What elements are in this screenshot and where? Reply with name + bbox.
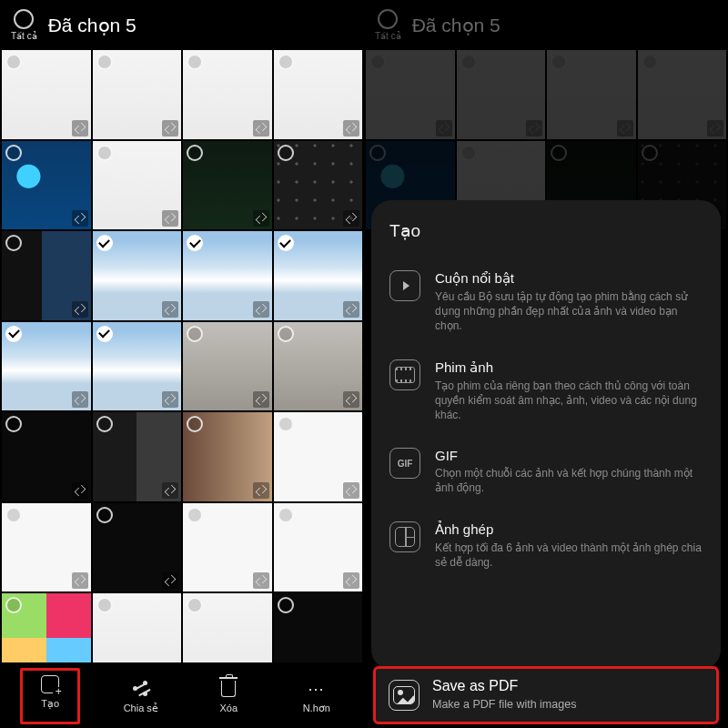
expand-icon[interactable] [253, 482, 269, 499]
select-circle-icon[interactable] [369, 54, 386, 70]
expand-icon[interactable] [72, 391, 88, 408]
expand-icon[interactable] [72, 301, 88, 318]
expand-icon[interactable] [253, 572, 269, 589]
photo-thumbnail[interactable] [274, 141, 363, 230]
select-circle-icon[interactable] [5, 54, 22, 70]
create-option-gif[interactable]: GIFGIFChọn một chuỗi các ảnh và kết hợp … [389, 437, 703, 510]
create-option-film[interactable]: Phim ảnhTạo phim của riêng bạn theo cách… [389, 349, 703, 438]
select-circle-icon[interactable] [460, 54, 477, 70]
select-circle-icon[interactable] [460, 145, 477, 161]
expand-icon[interactable] [253, 391, 269, 408]
photo-thumbnail[interactable] [93, 141, 182, 230]
photo-thumbnail[interactable] [183, 412, 272, 501]
photo-thumbnail[interactable] [2, 50, 91, 139]
select-circle-icon[interactable] [5, 507, 22, 523]
photo-thumbnail[interactable] [366, 50, 455, 139]
select-circle-icon[interactable] [369, 145, 386, 161]
expand-icon[interactable] [162, 210, 178, 227]
select-circle-icon[interactable] [187, 416, 203, 432]
delete-button[interactable]: Xóa [201, 679, 256, 713]
save-as-pdf-option[interactable]: Save as PDF Make a PDF file with images [373, 666, 719, 724]
expand-icon[interactable] [72, 572, 88, 589]
photo-thumbnail[interactable] [93, 322, 182, 411]
photo-thumbnail[interactable] [2, 231, 91, 320]
photo-thumbnail[interactable] [93, 412, 182, 501]
select-circle-icon[interactable] [5, 597, 22, 613]
photo-thumbnail[interactable] [274, 503, 363, 592]
select-all-toggle[interactable]: Tất cả [11, 9, 37, 41]
photo-thumbnail[interactable] [274, 322, 363, 411]
photo-thumbnail[interactable] [183, 141, 272, 230]
checkmark-icon[interactable] [96, 235, 113, 251]
checkmark-icon[interactable] [278, 235, 294, 251]
photo-thumbnail[interactable] [638, 50, 727, 139]
checkmark-icon[interactable] [5, 326, 22, 342]
select-circle-icon[interactable] [278, 54, 294, 70]
photo-thumbnail[interactable] [183, 50, 272, 139]
select-circle-icon[interactable] [5, 416, 22, 432]
select-circle-icon[interactable] [187, 145, 203, 161]
select-circle-icon[interactable] [96, 54, 113, 70]
select-circle-icon[interactable] [187, 54, 203, 70]
select-circle-icon[interactable] [187, 507, 203, 523]
select-circle-icon[interactable] [5, 145, 22, 161]
photo-thumbnail[interactable] [183, 322, 272, 411]
expand-icon[interactable] [343, 120, 359, 136]
photo-thumbnail[interactable] [93, 50, 182, 139]
select-circle-icon[interactable] [551, 145, 567, 161]
expand-icon[interactable] [343, 482, 359, 499]
select-circle-icon[interactable] [642, 145, 658, 161]
create-button[interactable]: Tạo [20, 668, 80, 724]
photo-thumbnail[interactable] [547, 50, 636, 139]
expand-icon[interactable] [72, 120, 88, 136]
expand-icon[interactable] [72, 210, 88, 227]
select-circle-icon[interactable] [278, 507, 294, 523]
expand-icon[interactable] [162, 572, 178, 589]
expand-icon[interactable] [343, 301, 359, 318]
expand-icon[interactable] [526, 120, 542, 136]
expand-icon[interactable] [253, 301, 269, 318]
select-circle-icon[interactable] [278, 326, 294, 342]
select-circle-icon[interactable] [187, 326, 203, 342]
expand-icon[interactable] [707, 120, 723, 136]
select-circle-icon[interactable] [96, 416, 113, 432]
select-circle-icon[interactable] [96, 507, 113, 523]
expand-icon[interactable] [253, 120, 269, 136]
select-circle-icon[interactable] [278, 416, 294, 432]
share-button[interactable]: Chia sẻ [114, 679, 168, 714]
select-circle-icon[interactable] [187, 597, 203, 613]
photo-thumbnail[interactable] [93, 503, 182, 592]
checkmark-icon[interactable] [187, 235, 203, 251]
select-circle-icon[interactable] [642, 54, 658, 70]
select-circle-icon[interactable] [96, 145, 113, 161]
expand-icon[interactable] [162, 482, 178, 499]
expand-icon[interactable] [343, 391, 359, 408]
photo-thumbnail[interactable] [2, 503, 91, 592]
photo-thumbnail[interactable] [274, 412, 363, 501]
photo-thumbnail[interactable] [457, 50, 546, 139]
create-option-collage[interactable]: Ảnh ghépKết hợp tối đa 6 ảnh và video th… [389, 511, 703, 584]
select-circle-icon[interactable] [551, 54, 567, 70]
photo-thumbnail[interactable] [2, 322, 91, 411]
photo-thumbnail[interactable] [2, 141, 91, 230]
photo-thumbnail[interactable] [274, 231, 363, 320]
create-option-play[interactable]: Cuộn nổi bậtYêu cầu Bộ sưu tập tự động t… [389, 259, 703, 349]
select-circle-icon[interactable] [5, 235, 22, 251]
expand-icon[interactable] [343, 210, 359, 227]
expand-icon[interactable] [617, 120, 633, 136]
expand-icon[interactable] [253, 210, 269, 227]
expand-icon[interactable] [343, 572, 359, 589]
expand-icon[interactable] [162, 391, 178, 408]
expand-icon[interactable] [436, 120, 452, 136]
select-circle-icon[interactable] [278, 145, 294, 161]
photo-thumbnail[interactable] [93, 231, 182, 320]
expand-icon[interactable] [72, 482, 88, 499]
photo-thumbnail[interactable] [183, 231, 272, 320]
checkmark-icon[interactable] [96, 326, 113, 342]
photo-thumbnail[interactable] [183, 503, 272, 592]
select-circle-icon[interactable] [278, 597, 294, 613]
expand-icon[interactable] [162, 120, 178, 136]
expand-icon[interactable] [162, 301, 178, 318]
photo-thumbnail[interactable] [2, 412, 91, 501]
select-circle-icon[interactable] [96, 597, 113, 613]
